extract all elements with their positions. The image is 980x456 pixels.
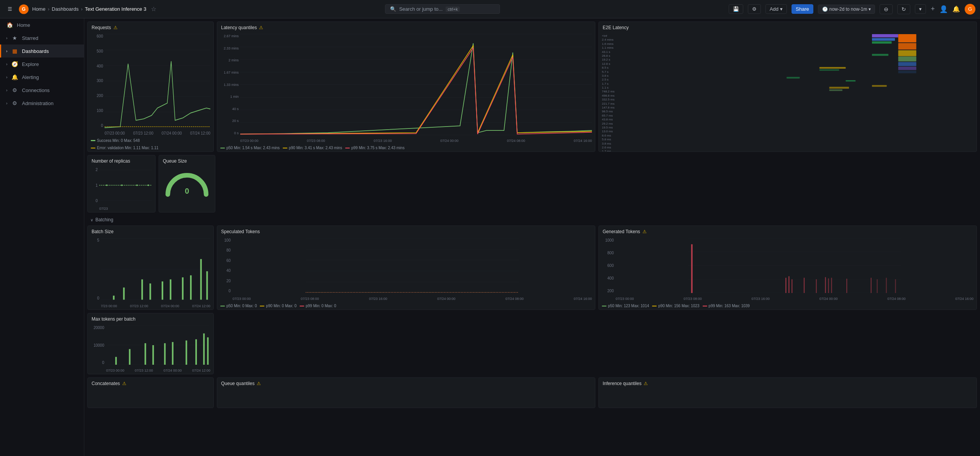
latency-x-axis: 07/23 00:00 07/23 08:00 07/23 16:00 07/2… — [240, 139, 592, 143]
profile-icon[interactable]: 👤 — [939, 5, 948, 13]
requests-legend-success: Success Min: 0 Max: 548 — [91, 138, 140, 143]
queue-gauge: 0 — [162, 168, 212, 198]
speculated-svg — [233, 238, 592, 293]
svg-text:0: 0 — [185, 187, 189, 195]
save-button[interactable]: 💾 — [729, 4, 743, 14]
svg-rect-33 — [898, 71, 916, 73]
menu-button[interactable]: ☰ — [5, 5, 15, 13]
panel-generated-title: Generated Tokens ⚠ — [603, 229, 647, 234]
star-icon[interactable]: ☆ — [151, 5, 156, 13]
sidebar-section-connections[interactable]: › ⚙ Connections — [0, 84, 84, 97]
panel-requests: Requests ⚠ 600 500 400 300 200 100 0 — [87, 21, 214, 152]
panel-queue-title: Queue Size — [163, 158, 187, 164]
latency-legend-p99: p99 Min: 3.75 s Max: 2.43 mins — [345, 146, 405, 150]
generated-chart-area: 1000 800 600 400 200 — [602, 238, 973, 301]
svg-rect-77 — [846, 279, 847, 293]
sidebar-item-home[interactable]: 🏠 Home — [0, 18, 84, 31]
svg-rect-68 — [691, 244, 693, 293]
replicas-chart-inner — [99, 168, 152, 203]
panel-generated-header: Generated Tokens ⚠ — [599, 226, 977, 237]
search-bar[interactable]: 🔍 Search or jump to... ctrl+k — [385, 4, 500, 14]
panel-batch-title: Batch Size — [92, 229, 113, 234]
sidebar-explore-label: Explore — [22, 61, 39, 67]
share-button[interactable]: Share — [792, 4, 813, 14]
svg-point-40 — [121, 184, 123, 186]
row-5: Concatenates ⚠ Queue quantiles ⚠ Inferen… — [87, 377, 977, 408]
panel-speculated: Speculated Tokens 100 80 60 40 20 0 — [217, 226, 595, 310]
requests-alert-icon: ⚠ — [113, 25, 118, 30]
svg-rect-53 — [182, 277, 184, 300]
svg-rect-24 — [787, 77, 800, 78]
sidebar-starred-label: Starred — [22, 35, 38, 41]
zoom-out-button[interactable]: ⊖ — [880, 4, 893, 14]
refresh-dropdown-button[interactable]: ▾ — [915, 4, 926, 14]
avatar[interactable]: G — [965, 4, 975, 15]
panel-requests-title: Requests ⚠ — [92, 25, 118, 30]
svg-rect-29 — [898, 50, 916, 56]
search-shortcut: ctrl+k — [446, 7, 460, 12]
panel-replicas-title: Number of replicas — [92, 158, 130, 164]
sidebar-section-alerting[interactable]: › 🔔 Alerting — [0, 71, 84, 84]
sidebar-section-starred[interactable]: › ★ Starred — [0, 31, 84, 44]
speculated-legend: p50 Min: 0 Max: 0 p90 Min: 0 Max: 0 p99 … — [217, 302, 595, 309]
administration-icon: ⚙ — [11, 100, 18, 107]
grafana-logo: G — [18, 4, 29, 15]
panel-queue-body: 0 — [159, 166, 215, 212]
latency-legend: p50 Min: 1.54 s Max: 2.43 mins p90 Min: … — [217, 144, 595, 151]
generated-y-axis: 1000 800 600 400 200 — [602, 238, 615, 293]
sidebar-dashboards-label: Dashboards — [22, 48, 49, 54]
max-tokens-svg — [106, 326, 210, 365]
svg-rect-18 — [872, 34, 898, 38]
svg-rect-89 — [164, 343, 166, 365]
speculated-p99-color — [300, 306, 304, 306]
batch-x-axis: 7/23 00:00 07/23 12:00 07/24 00:00 07/24… — [101, 304, 210, 308]
panel-generated-tokens: Generated Tokens ⚠ 1000 800 600 400 200 — [598, 226, 977, 310]
svg-point-41 — [136, 184, 138, 186]
svg-rect-93 — [203, 333, 205, 365]
speculated-y-axis: 100 80 60 40 20 0 — [220, 238, 232, 293]
e2e-y-labels: +Inf 2.4 mins 1.6 mins 1.1 mins 43.1 s 2… — [602, 34, 633, 152]
add-button[interactable]: Add ▾ — [765, 4, 787, 14]
add-chevron-icon: ▾ — [780, 6, 783, 12]
section-batching[interactable]: ∨ Batching — [87, 216, 977, 224]
sidebar-section-explore[interactable]: › 🧭 Explore — [0, 58, 84, 71]
replicas-x-axis: 07/23 — [99, 207, 152, 211]
generated-x-axis: 07/23 00:00 07/23 08:00 07/23 16:00 07/2… — [616, 297, 973, 301]
user-icon: + — [931, 5, 935, 13]
latency-chart-area: 2.67 mins 2.33 mins 2 mins 1.67 mins 1.3… — [220, 34, 592, 143]
bell-icon[interactable]: 🔔 — [952, 5, 960, 13]
sidebar-item-dashboards[interactable]: › ▦ Dashboards — [0, 44, 84, 58]
refresh-button[interactable]: ↻ — [897, 4, 910, 14]
breadcrumb-dashboards[interactable]: Dashboards — [52, 6, 79, 12]
panel-generated-body: 1000 800 600 400 200 — [599, 237, 977, 302]
queue-quantiles-alert-icon: ⚠ — [257, 381, 261, 386]
svg-rect-32 — [898, 67, 916, 70]
svg-rect-91 — [185, 341, 187, 365]
generated-legend-p50: p50 Min: 123 Max: 1014 — [602, 304, 649, 308]
expand-explore-icon: › — [6, 62, 7, 66]
panel-speculated-header: Speculated Tokens — [217, 226, 595, 237]
sidebar: 🏠 Home › ★ Starred › ▦ Dashboards › 🧭 Ex… — [0, 18, 84, 456]
panel-speculated-title: Speculated Tokens — [221, 229, 260, 234]
sidebar-section-administration[interactable]: › ⚙ Administration — [0, 97, 84, 110]
sidebar-connections-label: Connections — [22, 87, 49, 93]
panel-e2e-header: E2E Latency — [599, 22, 977, 33]
svg-rect-74 — [825, 277, 826, 293]
svg-rect-73 — [816, 279, 817, 293]
batch-y-axis: 5 0 — [91, 238, 100, 300]
e2e-y-axis: +Inf 2.4 mins 1.6 mins 1.1 mins 43.1 s 2… — [602, 34, 633, 152]
panel-requests-body: 600 500 400 300 200 100 0 — [88, 33, 213, 137]
batching-label: Batching — [95, 217, 113, 222]
speculated-legend-p99: p99 Min: 0 Max: 0 — [300, 304, 336, 308]
breadcrumb-home[interactable]: Home — [32, 6, 46, 12]
latency-alert-icon: ⚠ — [259, 25, 263, 30]
topbar-left: ☰ G Home › Dashboards › Text Generation … — [5, 4, 156, 15]
svg-rect-26 — [872, 85, 887, 87]
settings-button[interactable]: ⚙ — [748, 4, 761, 14]
gauge-svg: 0 — [162, 168, 212, 198]
time-range-picker[interactable]: 🕐 now-2d to now-1m ▾ — [818, 5, 875, 14]
breadcrumb-sep-1: › — [48, 6, 49, 12]
expand-administration-icon: › — [6, 101, 7, 105]
svg-point-39 — [106, 184, 108, 186]
latency-svg — [240, 34, 592, 135]
